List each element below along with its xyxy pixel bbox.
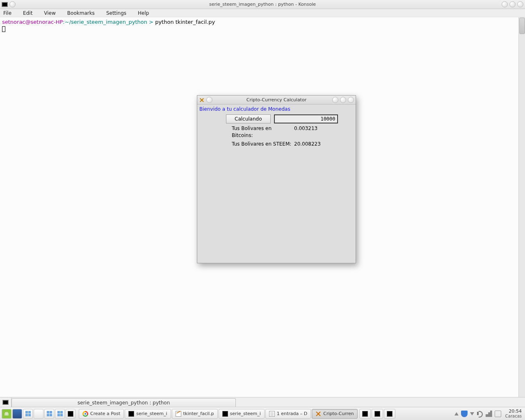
workspace-2-icon[interactable] [55,409,65,419]
prompt-user: setnorac@setnorac-HP [2,19,63,25]
tray-network-icon[interactable] [486,411,492,417]
launcher-group: ⋒ [0,409,77,419]
taskbar-item-4[interactable]: 1 entrada – D [265,409,311,419]
os-taskbar: ⋒ Create a Postserie_steem_itkinter_faci… [0,407,525,420]
calculate-button[interactable]: Calculando [226,114,271,123]
result-value-btc: 0.003213 [292,125,317,139]
taskbar-item-label: tkinter_facil.p [183,411,214,416]
tray-shield-icon[interactable] [461,411,468,417]
tk-close-icon[interactable] [348,97,354,103]
terminal-launcher-icon[interactable] [66,409,75,419]
close-icon[interactable] [517,1,523,7]
terminal-viewport[interactable]: setnorac@setnorac-HP:~/serie_steem_image… [0,17,525,397]
taskbar-item-5[interactable]: Cripto-Curren [312,409,357,419]
taskbar-item-label: serie_steem_i [230,411,261,416]
taskbar-term-1[interactable] [372,409,383,419]
tray-volume-icon[interactable] [477,411,483,417]
result-row-btc: Tus Bolivares en Bitcoins: 0.003213 [199,125,354,139]
clock-zone: Caracas [505,414,522,419]
scrollbar-thumb[interactable] [519,18,525,34]
tray-updates-icon[interactable] [454,412,459,415]
terminal-cursor-icon [2,26,5,32]
terminal-icon [387,411,393,417]
taskbar-term-group [358,409,395,419]
workspace-1-icon[interactable] [44,409,54,419]
menu-view[interactable]: View [44,10,55,16]
terminal-icon [374,411,380,417]
taskbar-item-3[interactable]: serie_steem_i [219,409,265,419]
tk-window[interactable]: Cripto-Currency Calculator Bienvido a tu… [197,95,356,263]
result-label-btc: Tus Bolivares en Bitcoins: [232,125,292,139]
konsole-tab-active[interactable]: serie_steem_imagen_python : python [11,398,236,407]
result-row-steem: Tus Bolivares en STEEM: 20.008223 [199,141,354,148]
konsole-tab-label: serie_steem_imagen_python : python [78,400,170,406]
window-menu-icon[interactable] [9,1,16,7]
taskbar-item-label: Cripto-Curren [323,411,354,416]
system-tray: 20:54 Caracas [454,409,525,419]
file-manager-icon[interactable] [23,409,33,419]
launcher-icon-4[interactable] [34,409,43,419]
taskbar-item-label: 1 entrada – D [277,411,308,416]
tk-minimize-icon[interactable] [332,97,338,103]
terminal-line-2 [2,25,523,32]
tk-body: Bienvido a tu calculador de Monedas Calc… [197,105,356,149]
taskbar-items: Create a Postserie_steem_itkinter_facil.… [77,409,358,419]
new-tab-button[interactable] [0,397,11,407]
menu-edit[interactable]: Edit [23,10,32,16]
menu-file[interactable]: File [3,10,11,16]
result-label-steem: Tus Bolivares en STEEM: [232,141,292,148]
taskbar-clock[interactable]: 20:54 Caracas [504,409,522,419]
terminal-line-1: setnorac@setnorac-HP:~/serie_steem_image… [2,18,523,25]
clock-time: 20:54 [505,409,522,414]
taskbar-item-0[interactable]: Create a Post [79,409,124,419]
menu-settings[interactable]: Settings [106,10,126,16]
taskbar-item-1[interactable]: serie_steem_i [125,409,171,419]
start-menu-icon[interactable]: ⋒ [2,409,11,419]
prompt-gt: > [147,19,155,25]
doc-icon [269,411,275,417]
show-desktop-icon[interactable] [12,409,22,419]
tk-window-menu-icon[interactable] [206,97,212,103]
prompt-command: python tkinter_facil.py [155,19,215,25]
tray-battery-icon[interactable] [495,411,501,417]
chrome-icon [82,411,88,417]
taskbar-item-label: Create a Post [90,411,120,416]
gedit-icon [176,411,181,417]
terminal-tab-icon [2,400,9,405]
prompt-path: ~/serie_steem_imagen_python [65,19,147,25]
konsole-menubar: File Edit View Bookmarks Settings Help [0,9,525,17]
terminal-app-icon [2,2,8,7]
tk-app-icon [199,97,205,103]
menu-help[interactable]: Help [138,10,149,16]
tray-caret-icon[interactable] [470,412,474,415]
konsole-titlebar[interactable]: serie_steem_imagen_python : python - Kon… [0,0,525,9]
terminal-scrollbar[interactable] [518,17,525,397]
tk-titlebar[interactable]: Cripto-Currency Calculator [197,96,356,105]
terminal-icon [362,411,368,417]
term-icon [222,411,228,417]
taskbar-item-2[interactable]: tkinter_facil.p [172,409,218,419]
taskbar-term-2[interactable] [384,409,395,419]
taskbar-term-0[interactable] [359,409,371,419]
menu-bookmarks[interactable]: Bookmarks [67,10,95,16]
minimize-icon[interactable] [502,1,508,7]
konsole-title: serie_steem_imagen_python : python - Kon… [0,2,525,7]
taskbar-item-label: serie_steem_i [136,411,167,416]
maximize-icon[interactable] [509,1,516,7]
tk-maximize-icon[interactable] [340,97,346,103]
term-icon [128,411,134,417]
tk-welcome-label: Bienvido a tu calculador de Monedas [199,106,354,113]
x-icon [315,411,321,417]
konsole-tabstrip: serie_steem_imagen_python : python [0,397,525,407]
amount-input[interactable] [274,114,338,123]
result-value-steem: 20.008223 [292,141,321,148]
